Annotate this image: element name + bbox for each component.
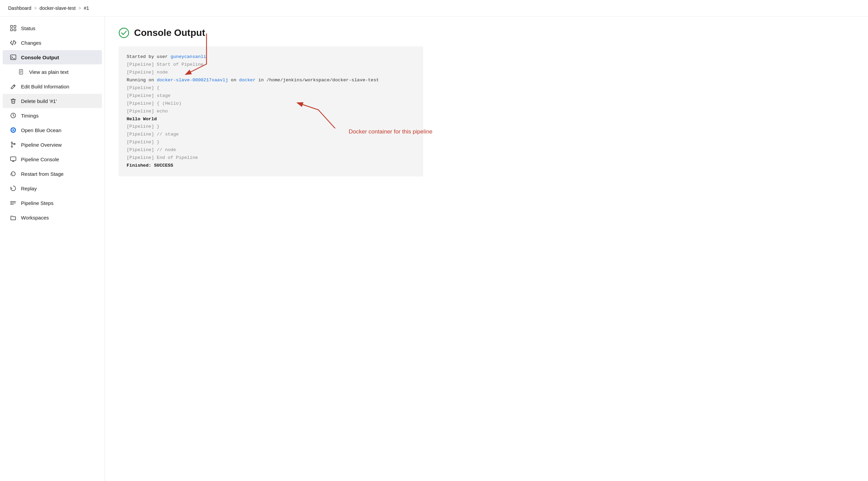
page-title-row: Console Output xyxy=(118,27,854,38)
clock-icon xyxy=(9,112,17,119)
sidebar-item-restart-from-stage[interactable]: Restart from Stage xyxy=(3,167,102,181)
console-line: [Pipeline] stage xyxy=(127,92,415,100)
console-line: Hello World xyxy=(127,116,415,123)
sidebar-label-open-blue-ocean: Open Blue Ocean xyxy=(21,127,61,133)
sidebar-item-view-plain-text[interactable]: View as plain text xyxy=(3,65,102,79)
success-icon xyxy=(118,27,129,38)
restart-icon xyxy=(9,170,17,177)
sidebar-label-restart-from-stage: Restart from Stage xyxy=(21,171,64,177)
sidebar-item-pipeline-steps[interactable]: Pipeline Steps xyxy=(3,196,102,210)
monitor-icon xyxy=(9,155,17,163)
doc-icon xyxy=(18,68,25,76)
svg-point-19 xyxy=(11,146,13,147)
sidebar-label-pipeline-steps: Pipeline Steps xyxy=(21,200,53,206)
sidebar-label-status: Status xyxy=(21,25,36,31)
svg-line-4 xyxy=(13,40,14,45)
sidebar-item-edit-build[interactable]: Edit Build Information xyxy=(3,79,102,93)
sidebar-label-console-output: Console Output xyxy=(21,55,59,60)
console-line: Started by user guneycansanli xyxy=(127,53,415,61)
main-content: Console Output Started by user guneycans… xyxy=(105,17,868,481)
steps-icon xyxy=(9,199,17,207)
svg-line-11 xyxy=(14,85,15,86)
sidebar-item-open-blue-ocean[interactable]: Open Blue Ocean xyxy=(3,123,102,137)
replay-icon xyxy=(9,185,17,192)
console-line: [Pipeline] // stage xyxy=(127,131,415,139)
svg-point-17 xyxy=(13,129,14,131)
docker-link[interactable]: docker xyxy=(239,78,256,83)
sidebar-label-timings: Timings xyxy=(21,113,39,119)
breadcrumb-build[interactable]: #1 xyxy=(84,5,89,11)
console-line: [Pipeline] echo xyxy=(127,108,415,116)
breadcrumb-sep-1: > xyxy=(34,5,37,11)
sidebar-item-delete-build[interactable]: Delete build '#1' xyxy=(3,94,102,108)
svg-point-28 xyxy=(10,201,11,202)
console-line: Running on docker-slave-0000217xaavlj on… xyxy=(127,77,415,84)
svg-rect-1 xyxy=(14,25,16,27)
ocean-icon xyxy=(9,126,17,134)
sidebar: Status Changes Console Out xyxy=(0,17,105,481)
svg-rect-5 xyxy=(10,55,16,60)
breadcrumb-dashboard[interactable]: Dashboard xyxy=(8,5,31,11)
sidebar-label-view-plain-text: View as plain text xyxy=(29,69,68,75)
sidebar-item-workspaces[interactable]: Workspaces xyxy=(3,210,102,225)
console-line: [Pipeline] node xyxy=(127,69,415,77)
console-output-block: Started by user guneycansanli [Pipeline]… xyxy=(118,46,423,176)
console-line: [Pipeline] { (Hello) xyxy=(127,100,415,108)
console-line: Finished: SUCCESS xyxy=(127,162,415,170)
console-line: [Pipeline] } xyxy=(127,123,415,131)
console-line: [Pipeline] { xyxy=(127,84,415,92)
svg-rect-0 xyxy=(10,25,13,27)
sidebar-item-changes[interactable]: Changes xyxy=(3,36,102,50)
console-user-link[interactable]: guneycansanli xyxy=(171,54,206,59)
folder-icon xyxy=(9,214,17,221)
sidebar-label-replay: Replay xyxy=(21,186,37,191)
breadcrumb: Dashboard > docker-slave-test > #1 xyxy=(0,0,868,17)
docker-slave-link[interactable]: docker-slave-0000217xaavlj xyxy=(157,78,228,83)
console-line: [Pipeline] // node xyxy=(127,146,415,154)
breadcrumb-sep-2: > xyxy=(78,5,81,11)
svg-point-18 xyxy=(11,142,13,143)
breadcrumb-pipeline[interactable]: docker-slave-test xyxy=(40,5,76,11)
svg-point-30 xyxy=(10,204,11,205)
sidebar-item-pipeline-overview[interactable]: Pipeline Overview xyxy=(3,138,102,152)
svg-rect-2 xyxy=(10,29,13,31)
sidebar-label-edit-build: Edit Build Information xyxy=(21,84,69,89)
sidebar-item-timings[interactable]: Timings xyxy=(3,108,102,123)
sidebar-item-replay[interactable]: Replay xyxy=(3,181,102,195)
console-line: [Pipeline] Start of Pipeline xyxy=(127,61,415,69)
svg-point-29 xyxy=(10,203,11,203)
sidebar-label-workspaces: Workspaces xyxy=(21,215,49,221)
sidebar-item-console-output[interactable]: Console Output xyxy=(3,50,102,64)
svg-rect-22 xyxy=(10,157,16,161)
sidebar-item-status[interactable]: Status xyxy=(3,21,102,35)
edit-icon xyxy=(9,83,17,90)
fork-icon xyxy=(9,141,17,148)
trash-icon xyxy=(9,97,17,105)
svg-point-31 xyxy=(119,28,129,38)
sidebar-item-pipeline-console[interactable]: Pipeline Console xyxy=(3,152,102,166)
grid-icon xyxy=(9,24,17,32)
sidebar-label-pipeline-overview: Pipeline Overview xyxy=(21,142,62,148)
sidebar-label-delete-build: Delete build '#1' xyxy=(21,98,57,104)
terminal-icon xyxy=(9,54,17,61)
svg-rect-3 xyxy=(14,29,16,31)
sidebar-label-pipeline-console: Pipeline Console xyxy=(21,156,59,162)
page-title: Console Output xyxy=(134,27,205,38)
sidebar-label-changes: Changes xyxy=(21,40,41,46)
code-icon xyxy=(9,39,17,46)
console-line: [Pipeline] End of Pipeline xyxy=(127,154,415,162)
console-line: [Pipeline] } xyxy=(127,139,415,146)
